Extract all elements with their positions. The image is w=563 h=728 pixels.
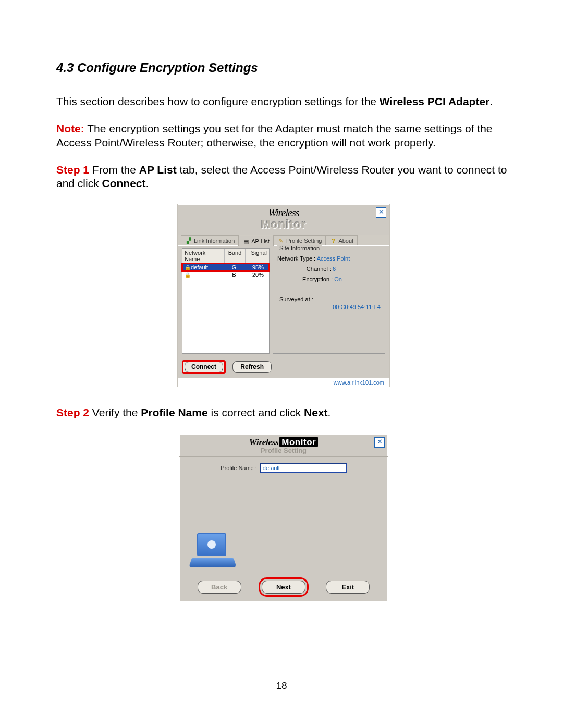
subtitle: Profile Setting <box>179 447 388 454</box>
list-row-selected[interactable]: 🔒default G 95% <box>182 264 269 271</box>
figure-profile-setting-window: WirelessMonitor ✕ Profile Setting Profil… <box>179 434 388 602</box>
question-icon: ? <box>329 238 337 244</box>
footer-link[interactable]: www.airlink101.com <box>178 378 389 387</box>
network-lock-icon: 🔒 <box>185 265 191 270</box>
paragraph-step2: Step 2 Verify the Profile Name is correc… <box>56 406 511 419</box>
profile-name-row: Profile Name : <box>179 457 388 476</box>
app-title-bottom: Monitor <box>178 218 389 231</box>
list-icon: ▤ <box>242 238 250 244</box>
page-number: 18 <box>0 680 563 692</box>
titlebar: WirelessMonitor ✕ Profile Setting <box>179 434 388 457</box>
list-body[interactable]: 🔒default G 95% 🔒 B 20% <box>182 264 270 354</box>
close-icon[interactable]: ✕ <box>374 437 385 448</box>
laptop-icon <box>192 533 236 570</box>
section-heading: 4.3 Configure Encryption Settings <box>56 60 511 75</box>
tab-link-information[interactable]: ▞Link Information <box>181 235 239 245</box>
exit-button[interactable]: Exit <box>326 581 370 594</box>
signal-icon: ▞ <box>185 238 192 244</box>
app-title: WirelessMonitor <box>179 437 388 448</box>
next-button[interactable]: Next <box>262 581 305 594</box>
app-title-top: Wireless <box>178 207 389 218</box>
back-button: Back <box>198 581 241 594</box>
network-lock-icon: 🔒 <box>185 272 191 278</box>
gear-icon: ✎ <box>277 238 285 244</box>
profile-name-input[interactable] <box>260 463 347 473</box>
list-header: Network Name Band Signal <box>182 248 270 264</box>
site-information-group: Network Type : Access Point Channel : 6 … <box>273 249 385 354</box>
ap-list: Network Name Band Signal 🔒default G 95% … <box>182 248 270 354</box>
close-icon[interactable]: ✕ <box>376 207 386 218</box>
refresh-button[interactable]: Refresh <box>232 361 272 373</box>
tab-profile-setting[interactable]: ✎Profile Setting <box>273 235 326 245</box>
list-row[interactable]: 🔒 B 20% <box>182 271 269 278</box>
button-row: Connect Refresh <box>178 357 389 378</box>
paragraph-intro: This section describes how to configure … <box>56 95 511 108</box>
paragraph-note: Note: The encryption settings you set fo… <box>56 122 511 150</box>
paragraph-step1: Step 1 From the AP List tab, select the … <box>56 163 511 191</box>
connect-button[interactable]: Connect <box>182 360 226 374</box>
document-page: 4.3 Configure Encryption Settings This s… <box>0 0 563 602</box>
wizard-buttons: Back Next Exit <box>179 573 388 602</box>
tabs: ▞Link Information ▤AP List ✎Profile Sett… <box>178 235 389 246</box>
tab-ap-list[interactable]: ▤AP List <box>238 236 274 246</box>
wire-graphic <box>229 546 282 546</box>
profile-name-label: Profile Name : <box>221 465 257 471</box>
tab-about[interactable]: ?About <box>325 235 358 245</box>
figure-ap-list-window: Wireless Monitor ✕ ▞Link Information ▤AP… <box>177 204 390 387</box>
titlebar: Wireless Monitor ✕ <box>178 204 389 235</box>
